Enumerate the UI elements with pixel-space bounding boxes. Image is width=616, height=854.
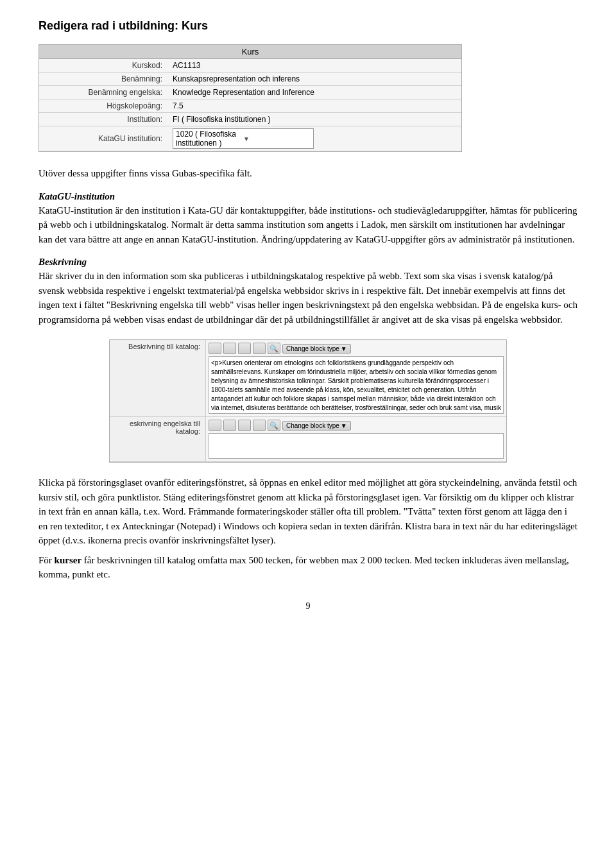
change-block-arrow-icon-2: ▼ — [341, 422, 347, 429]
toolbar-btn-5[interactable] — [209, 420, 221, 431]
kurser-bold: kurser — [55, 555, 82, 565]
course-table: Kurskod: AC1113 Benämning: Kunskapsrepre… — [39, 59, 461, 151]
page-number: 9 — [38, 601, 578, 611]
magnify-icon[interactable]: 🔍 — [268, 343, 280, 354]
table-row: Kurskod: AC1113 — [39, 59, 461, 73]
editor-row-2: eskrivning engelska till katalog: 🔍 Chan… — [110, 417, 506, 462]
editor-toolbar-2: 🔍 Change block type ▼ — [209, 420, 504, 431]
toolbar-btn-7[interactable] — [238, 420, 251, 431]
table-cell-value: FI ( Filosofiska institutionen ) — [167, 113, 461, 126]
section2-heading: Beskrivning — [38, 257, 578, 268]
section-katagu: KataGU-institution KataGU-institution är… — [38, 191, 578, 247]
table-row: Högskolepoäng: 7.5 — [39, 99, 461, 113]
table-row: Benämning: Kunskapsrepresentation och in… — [39, 73, 461, 86]
table-cell-value: 1020 ( Filosofiska institutionen ) ▼ — [167, 126, 461, 151]
section-beskrivning: Beskrivning Här skriver du in den inform… — [38, 257, 578, 327]
section1-body: KataGU-institution är den institution i … — [38, 203, 578, 247]
change-block-arrow-icon: ▼ — [341, 345, 347, 352]
editor-label-2: eskrivning engelska till katalog: — [110, 417, 206, 461]
table-cell-label: Kurskod: — [39, 59, 167, 73]
table-cell-value: Knowledge Representation and Inference — [167, 86, 461, 99]
table-row: Benämning engelska: Knowledge Representa… — [39, 86, 461, 99]
toolbar-btn-1[interactable] — [209, 343, 221, 354]
editor-label-1: Beskrivning till katalog: — [110, 340, 206, 416]
editor-row-1: Beskrivning till katalog: 🔍 Change block… — [110, 340, 506, 417]
toolbar-btn-8[interactable] — [253, 420, 266, 431]
katagu-dropdown[interactable]: 1020 ( Filosofiska institutionen ) ▼ — [173, 128, 314, 149]
table-header: Kurs — [39, 45, 461, 59]
dropdown-value: 1020 ( Filosofiska institutionen ) — [176, 130, 243, 148]
change-block-label: Change block type — [286, 345, 339, 352]
toolbar-btn-4[interactable] — [253, 343, 266, 354]
page-title: Redigera rad i utbildning: Kurs — [38, 19, 578, 33]
change-block-btn-1[interactable]: Change block type ▼ — [282, 344, 351, 354]
table-cell-label: Benämning: — [39, 73, 167, 86]
section2-body: Här skriver du in den information som sk… — [38, 269, 578, 327]
editor-content-2: 🔍 Change block type ▼ — [206, 417, 506, 461]
editor-screenshot: Beskrivning till katalog: 🔍 Change block… — [109, 339, 507, 463]
section3-body: Klicka på förstoringsglaset ovanför edit… — [38, 475, 578, 582]
magnify-icon-2[interactable]: 🔍 — [268, 420, 280, 431]
editor-textarea-2[interactable] — [209, 433, 504, 459]
table-cell-label: KataGU institution: — [39, 126, 167, 151]
change-block-label-2: Change block type — [286, 422, 339, 429]
dropdown-arrow-icon: ▼ — [243, 135, 311, 142]
editor-content-1: 🔍 Change block type ▼ <p>Kursen orienter… — [206, 340, 506, 416]
toolbar-btn-6[interactable] — [223, 420, 236, 431]
table-cell-value: 7.5 — [167, 99, 461, 113]
table-cell-label: Institution: — [39, 113, 167, 126]
table-cell-label: Högskolepoäng: — [39, 99, 167, 113]
change-block-btn-2[interactable]: Change block type ▼ — [282, 421, 351, 431]
table-screenshot: Kurs Kurskod: AC1113 Benämning: Kunskaps… — [38, 44, 462, 152]
table-cell-value: AC1113 — [167, 59, 461, 73]
table-row: KataGU institution: 1020 ( Filosofiska i… — [39, 126, 461, 151]
editor-toolbar-1: 🔍 Change block type ▼ — [209, 343, 504, 354]
table-cell-label: Benämning engelska: — [39, 86, 167, 99]
section1-heading: KataGU-institution — [38, 191, 578, 202]
editor-textarea-1[interactable]: <p>Kursen orienterar om etnologins och f… — [209, 356, 504, 414]
table-row: Institution: FI ( Filosofiska institutio… — [39, 113, 461, 126]
intro-text: Utöver dessa uppgifter finns vissa Gubas… — [38, 166, 578, 181]
toolbar-btn-2[interactable] — [223, 343, 236, 354]
table-cell-value: Kunskapsrepresentation och inferens — [167, 73, 461, 86]
toolbar-btn-3[interactable] — [238, 343, 251, 354]
